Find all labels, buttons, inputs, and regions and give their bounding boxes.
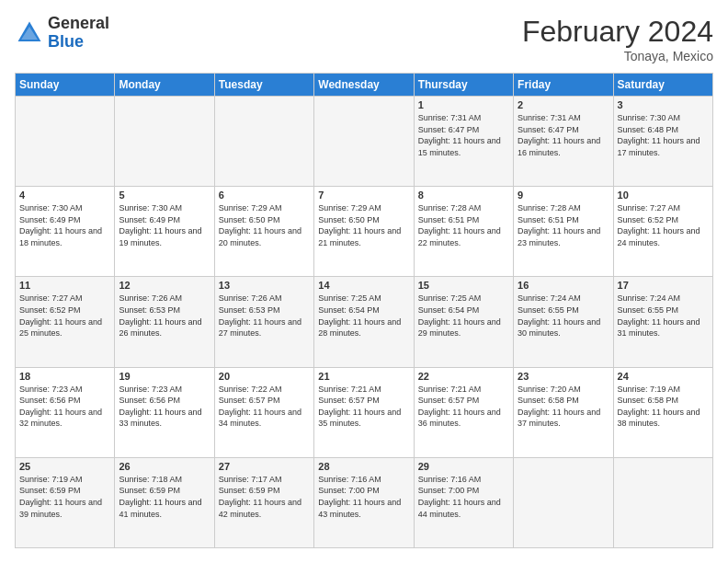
day-number: 13 [219, 280, 310, 291]
day-info: Sunrise: 7:28 AMSunset: 6:51 PMDaylight:… [518, 202, 609, 248]
day-info: Sunrise: 7:25 AMSunset: 6:54 PMDaylight:… [418, 293, 509, 339]
day-number: 8 [418, 190, 509, 201]
weekday-header-tuesday: Tuesday [214, 74, 313, 97]
weekday-header-thursday: Thursday [414, 74, 513, 97]
day-info: Sunrise: 7:16 AMSunset: 7:00 PMDaylight:… [318, 474, 409, 520]
day-info: Sunrise: 7:22 AMSunset: 6:57 PMDaylight:… [219, 384, 310, 430]
day-info: Sunrise: 7:23 AMSunset: 6:56 PMDaylight:… [119, 384, 210, 430]
calendar-cell: 27Sunrise: 7:17 AMSunset: 6:59 PMDayligh… [214, 457, 313, 547]
logo-text: General Blue [48, 15, 109, 52]
day-info: Sunrise: 7:19 AMSunset: 6:59 PMDaylight:… [19, 474, 110, 520]
day-info: Sunrise: 7:23 AMSunset: 6:56 PMDaylight:… [19, 384, 110, 430]
day-info: Sunrise: 7:21 AMSunset: 6:57 PMDaylight:… [418, 384, 509, 430]
calendar-subtitle: Tonaya, Mexico [522, 49, 713, 63]
calendar-cell: 9Sunrise: 7:28 AMSunset: 6:51 PMDaylight… [514, 187, 613, 277]
calendar-cell: 7Sunrise: 7:29 AMSunset: 6:50 PMDaylight… [314, 187, 414, 277]
calendar-week-1: 1Sunrise: 7:31 AMSunset: 6:47 PMDaylight… [16, 97, 713, 187]
day-info: Sunrise: 7:30 AMSunset: 6:49 PMDaylight:… [119, 202, 210, 248]
day-number: 9 [518, 190, 609, 201]
calendar-cell: 22Sunrise: 7:21 AMSunset: 6:57 PMDayligh… [414, 367, 513, 457]
day-info: Sunrise: 7:30 AMSunset: 6:49 PMDaylight:… [19, 202, 110, 248]
day-number: 5 [119, 190, 210, 201]
calendar-cell: 23Sunrise: 7:20 AMSunset: 6:58 PMDayligh… [514, 367, 613, 457]
weekday-header-row: SundayMondayTuesdayWednesdayThursdayFrid… [16, 74, 713, 97]
day-info: Sunrise: 7:25 AMSunset: 6:54 PMDaylight:… [318, 293, 409, 339]
calendar-cell: 25Sunrise: 7:19 AMSunset: 6:59 PMDayligh… [16, 457, 115, 547]
day-number: 21 [318, 371, 409, 382]
calendar-week-4: 18Sunrise: 7:23 AMSunset: 6:56 PMDayligh… [16, 367, 713, 457]
day-number: 4 [19, 190, 110, 201]
calendar-cell: 20Sunrise: 7:22 AMSunset: 6:57 PMDayligh… [214, 367, 313, 457]
day-number: 29 [418, 461, 509, 472]
day-info: Sunrise: 7:16 AMSunset: 7:00 PMDaylight:… [418, 474, 509, 520]
calendar-cell: 3Sunrise: 7:30 AMSunset: 6:48 PMDaylight… [613, 97, 712, 187]
calendar-cell: 10Sunrise: 7:27 AMSunset: 6:52 PMDayligh… [613, 187, 712, 277]
day-info: Sunrise: 7:19 AMSunset: 6:58 PMDaylight:… [618, 384, 709, 430]
day-number: 28 [318, 461, 409, 472]
day-info: Sunrise: 7:18 AMSunset: 6:59 PMDaylight:… [119, 474, 210, 520]
day-number: 11 [19, 280, 110, 291]
weekday-header-saturday: Saturday [613, 74, 712, 97]
day-number: 26 [119, 461, 210, 472]
calendar-cell [16, 97, 115, 187]
day-number: 25 [19, 461, 110, 472]
calendar-cell: 28Sunrise: 7:16 AMSunset: 7:00 PMDayligh… [314, 457, 414, 547]
day-info: Sunrise: 7:31 AMSunset: 6:47 PMDaylight:… [518, 112, 609, 158]
day-number: 14 [318, 280, 409, 291]
calendar-cell: 19Sunrise: 7:23 AMSunset: 6:56 PMDayligh… [115, 367, 214, 457]
weekday-header-monday: Monday [115, 74, 214, 97]
calendar-cell: 15Sunrise: 7:25 AMSunset: 6:54 PMDayligh… [414, 277, 513, 367]
calendar-cell: 26Sunrise: 7:18 AMSunset: 6:59 PMDayligh… [115, 457, 214, 547]
day-info: Sunrise: 7:28 AMSunset: 6:51 PMDaylight:… [418, 202, 509, 248]
day-number: 16 [518, 280, 609, 291]
calendar-cell [314, 97, 414, 187]
header: General Blue February 2024 Tonaya, Mexic… [15, 15, 713, 63]
logo-blue: Blue [48, 32, 84, 51]
day-number: 17 [618, 280, 709, 291]
day-number: 1 [418, 99, 509, 110]
day-info: Sunrise: 7:21 AMSunset: 6:57 PMDaylight:… [318, 384, 409, 430]
title-block: February 2024 Tonaya, Mexico [522, 15, 713, 63]
weekday-header-wednesday: Wednesday [314, 74, 414, 97]
day-number: 19 [119, 371, 210, 382]
day-number: 27 [219, 461, 310, 472]
day-number: 18 [19, 371, 110, 382]
calendar-cell: 24Sunrise: 7:19 AMSunset: 6:58 PMDayligh… [613, 367, 712, 457]
day-number: 2 [518, 99, 609, 110]
day-info: Sunrise: 7:31 AMSunset: 6:47 PMDaylight:… [418, 112, 509, 158]
calendar-week-3: 11Sunrise: 7:27 AMSunset: 6:52 PMDayligh… [16, 277, 713, 367]
day-number: 23 [518, 371, 609, 382]
day-info: Sunrise: 7:24 AMSunset: 6:55 PMDaylight:… [518, 293, 609, 339]
calendar-cell: 21Sunrise: 7:21 AMSunset: 6:57 PMDayligh… [314, 367, 414, 457]
day-info: Sunrise: 7:26 AMSunset: 6:53 PMDaylight:… [119, 293, 210, 339]
calendar-table: SundayMondayTuesdayWednesdayThursdayFrid… [15, 73, 713, 548]
calendar-cell [214, 97, 313, 187]
calendar-week-2: 4Sunrise: 7:30 AMSunset: 6:49 PMDaylight… [16, 187, 713, 277]
calendar-cell [613, 457, 712, 547]
calendar-cell: 18Sunrise: 7:23 AMSunset: 6:56 PMDayligh… [16, 367, 115, 457]
day-info: Sunrise: 7:27 AMSunset: 6:52 PMDaylight:… [19, 293, 110, 339]
calendar-title: February 2024 [522, 15, 713, 49]
day-number: 12 [119, 280, 210, 291]
calendar-body: 1Sunrise: 7:31 AMSunset: 6:47 PMDaylight… [16, 97, 713, 548]
day-info: Sunrise: 7:30 AMSunset: 6:48 PMDaylight:… [618, 112, 709, 158]
calendar-cell: 5Sunrise: 7:30 AMSunset: 6:49 PMDaylight… [115, 187, 214, 277]
calendar-cell: 13Sunrise: 7:26 AMSunset: 6:53 PMDayligh… [214, 277, 313, 367]
calendar-cell: 4Sunrise: 7:30 AMSunset: 6:49 PMDaylight… [16, 187, 115, 277]
calendar-cell: 12Sunrise: 7:26 AMSunset: 6:53 PMDayligh… [115, 277, 214, 367]
day-number: 10 [618, 190, 709, 201]
calendar-cell: 1Sunrise: 7:31 AMSunset: 6:47 PMDaylight… [414, 97, 513, 187]
calendar-cell [115, 97, 214, 187]
calendar-cell: 2Sunrise: 7:31 AMSunset: 6:47 PMDaylight… [514, 97, 613, 187]
calendar-cell [514, 457, 613, 547]
calendar-cell: 16Sunrise: 7:24 AMSunset: 6:55 PMDayligh… [514, 277, 613, 367]
day-info: Sunrise: 7:29 AMSunset: 6:50 PMDaylight:… [318, 202, 409, 248]
day-info: Sunrise: 7:17 AMSunset: 6:59 PMDaylight:… [219, 474, 310, 520]
calendar-cell: 8Sunrise: 7:28 AMSunset: 6:51 PMDaylight… [414, 187, 513, 277]
calendar-cell: 29Sunrise: 7:16 AMSunset: 7:00 PMDayligh… [414, 457, 513, 547]
calendar-cell: 11Sunrise: 7:27 AMSunset: 6:52 PMDayligh… [16, 277, 115, 367]
day-number: 20 [219, 371, 310, 382]
day-info: Sunrise: 7:29 AMSunset: 6:50 PMDaylight:… [219, 202, 310, 248]
day-info: Sunrise: 7:20 AMSunset: 6:58 PMDaylight:… [518, 384, 609, 430]
day-info: Sunrise: 7:24 AMSunset: 6:55 PMDaylight:… [618, 293, 709, 339]
